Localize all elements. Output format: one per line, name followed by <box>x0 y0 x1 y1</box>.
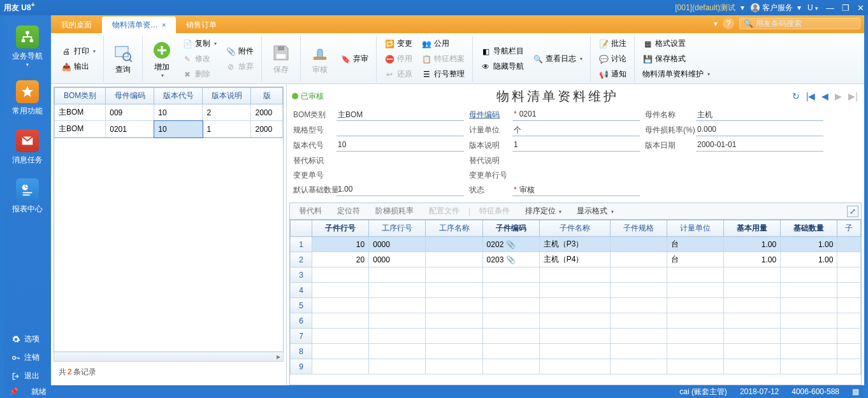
sidebar-exit[interactable]: 退出 <box>4 367 51 385</box>
tab-salesorder[interactable]: 销售订单 <box>176 17 227 33</box>
col-name[interactable]: 子件名称 <box>539 220 610 237</box>
navbar-button[interactable]: ◧导航栏目 <box>477 45 528 59</box>
u-menu[interactable]: U ▾ <box>807 3 818 12</box>
detail-row[interactable]: 22000000203 📎主机（P4）台1.001.00 <box>291 252 861 267</box>
fmtsave-button[interactable]: 💾保存格式 <box>639 52 714 66</box>
detail-row[interactable]: 9 <box>291 359 861 374</box>
unaudit-button[interactable]: 🔖弃审 <box>336 52 372 66</box>
sidebar-nav-favorites[interactable]: 常用功能 <box>4 74 51 123</box>
field-unit[interactable]: 个 <box>512 125 640 136</box>
field-parentcode[interactable]: *0201 <box>512 110 640 121</box>
rowfix-button[interactable]: ☰行号整理 <box>417 68 468 82</box>
help-icon[interactable]: ? <box>723 18 734 29</box>
attach-button[interactable]: 📎附件 <box>222 45 257 59</box>
detail-row[interactable]: 5 <box>291 298 861 313</box>
customer-service-button[interactable]: 客户服务▾ <box>751 3 801 13</box>
audit-button[interactable]: 审核 <box>305 36 335 82</box>
field-parentname[interactable]: 主机 <box>696 110 823 121</box>
tab-bom[interactable]: 物料清单资…× <box>102 17 176 33</box>
col-bomtype[interactable]: BOM类别 <box>55 88 106 104</box>
field-status[interactable]: *审核 <box>512 185 640 196</box>
detail-row[interactable]: 7 <box>291 329 861 344</box>
last-button[interactable]: ▶| <box>848 91 858 101</box>
bom-list-grid[interactable]: BOM类别 母件编码 版本代号 版本说明 版 主BOM0091022000 主B… <box>54 87 284 138</box>
field-lossrate[interactable]: 0.000 <box>696 125 823 136</box>
abandon-button[interactable]: ⊘放弃 <box>222 60 257 74</box>
detail-row[interactable]: 6 <box>291 313 861 329</box>
field-verdate[interactable]: 2000-01-01 <box>696 140 823 152</box>
status-qr-icon[interactable]: ▦ <box>852 387 859 396</box>
dtab-feature[interactable]: 特征条件 <box>473 204 516 218</box>
notify-button[interactable]: 📢通知 <box>595 68 630 82</box>
col-code[interactable]: 子件编码 <box>482 220 539 237</box>
dtab-config[interactable]: 配置文件 <box>423 204 466 218</box>
detail-row[interactable]: 3 <box>291 267 861 283</box>
change-button[interactable]: 🔁变更 <box>380 37 416 51</box>
hidenav-button[interactable]: 👁隐藏导航 <box>477 60 528 74</box>
note-button[interactable]: 📝批注 <box>595 37 630 51</box>
close-icon[interactable]: × <box>162 21 166 29</box>
col-trunc[interactable]: 子 <box>837 220 861 237</box>
detail-row[interactable]: 8 <box>291 344 861 359</box>
expand-button[interactable]: ⤢ <box>847 206 858 217</box>
detail-row[interactable]: 4 <box>291 283 861 298</box>
next-button[interactable]: ▶ <box>835 91 842 101</box>
tab-desktop[interactable]: 我的桌面 <box>51 17 102 33</box>
detail-grid[interactable]: 子件行号 工序行号 工序名称 子件编码 子件名称 子件规格 计量单位 基本用量 … <box>289 219 862 385</box>
pin-icon[interactable]: 📌 <box>9 387 18 396</box>
col-verdesc[interactable]: 版本说明 <box>203 88 251 104</box>
session-dropdown-icon[interactable]: ▾ <box>741 3 744 12</box>
col-proc[interactable]: 工序行号 <box>369 220 426 237</box>
add-button[interactable]: 增加▾ <box>147 36 177 82</box>
copy-button[interactable]: 📄复制▾ <box>178 37 221 51</box>
col-spec[interactable]: 子件规格 <box>610 220 667 237</box>
search-input[interactable] <box>756 19 856 28</box>
save-button[interactable]: 保存 <box>266 36 296 82</box>
dtab-steploss[interactable]: 阶梯损耗率 <box>369 204 420 218</box>
col-version[interactable]: 版本代号 <box>154 88 203 104</box>
grid-row[interactable]: 主BOM0091022000 <box>55 104 283 121</box>
col-procname[interactable]: 工序名称 <box>426 220 482 237</box>
log-button[interactable]: 🔍查看日志▾ <box>529 52 586 66</box>
stop-button[interactable]: ⛔停用 <box>380 52 416 66</box>
field-ver[interactable]: 10 <box>336 140 464 152</box>
field-spec[interactable] <box>336 125 464 136</box>
modify-button[interactable]: ✎修改 <box>178 52 221 66</box>
sidebar-nav-business[interactable]: 业务导航▾ <box>4 19 51 74</box>
dtab-locator[interactable]: 定位符 <box>331 204 366 218</box>
col-line[interactable]: 子件行号 <box>312 220 369 237</box>
restore-button[interactable]: ↩还原 <box>380 68 416 82</box>
discuss-button[interactable]: 💬讨论 <box>595 52 630 66</box>
restore-button[interactable]: ❐ <box>842 3 850 13</box>
prev-button[interactable]: ◀ <box>821 91 828 101</box>
tab-overflow-icon[interactable]: ▾ <box>714 19 718 28</box>
export-button[interactable]: 📤输出 <box>57 60 99 74</box>
col-rownum[interactable] <box>291 220 312 237</box>
col-unit[interactable]: 计量单位 <box>667 220 723 237</box>
col-parentcode[interactable]: 母件编码 <box>106 88 154 104</box>
detail-row[interactable]: 11000000202 📎主机（P3）台1.001.00 <box>291 237 861 252</box>
sidebar-logout[interactable]: 注销 <box>4 348 51 367</box>
delete-button[interactable]: ✖删除 <box>178 68 221 82</box>
first-button[interactable]: |◀ <box>806 91 816 101</box>
minimize-button[interactable]: — <box>826 3 834 13</box>
field-verdesc[interactable]: 1 <box>512 140 640 152</box>
spec-button[interactable]: 📋特征档案 <box>417 52 468 66</box>
col-trunc[interactable]: 版 <box>251 88 283 104</box>
grid-row[interactable]: 主BOM02011012000 <box>55 121 283 138</box>
refresh-button[interactable]: ↻ <box>792 91 800 101</box>
sidebar-options[interactable]: 选项 <box>4 330 51 348</box>
sidebar-nav-reports[interactable]: 报表中心 <box>4 172 51 221</box>
query-button[interactable]: 查询 <box>108 36 138 82</box>
scroll-right-icon[interactable]: ▸ <box>274 352 283 361</box>
dtab-sort[interactable]: 排序定位 ▾ <box>519 204 568 218</box>
sidebar-nav-messages[interactable]: 消息任务 <box>4 123 51 172</box>
col-base[interactable]: 基本用量 <box>723 220 780 237</box>
col-qty[interactable]: 基础数量 <box>781 220 837 237</box>
label-parentcode[interactable]: 母件编码 <box>469 110 507 121</box>
search-box[interactable]: 🔍 <box>739 18 860 29</box>
close-button[interactable]: ✕ <box>857 3 864 13</box>
module-dropdown[interactable]: 物料清单资料维护▾ <box>639 68 714 82</box>
public-button[interactable]: 👥公用 <box>417 37 468 51</box>
fmtset-button[interactable]: ▦格式设置 <box>639 37 714 51</box>
